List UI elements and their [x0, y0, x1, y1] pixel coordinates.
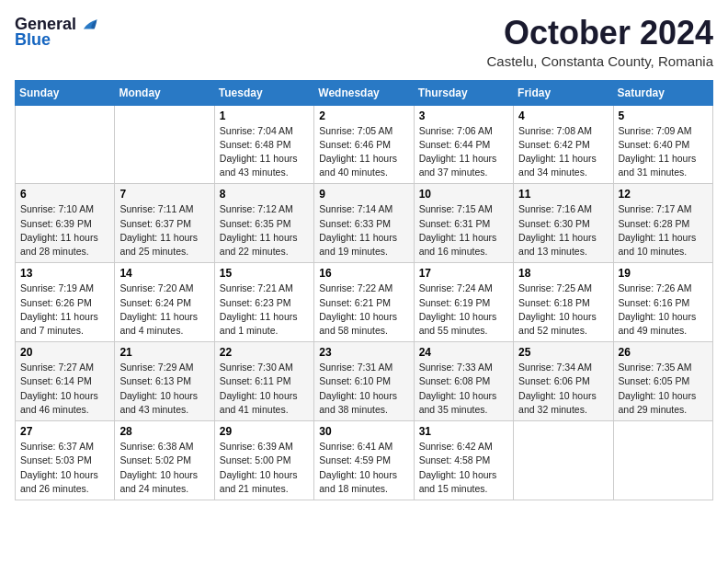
- calendar-cell: 4Sunrise: 7:08 AM Sunset: 6:42 PM Daylig…: [514, 105, 613, 184]
- day-number: 22: [220, 346, 309, 359]
- calendar-cell: 24Sunrise: 7:33 AM Sunset: 6:08 PM Dayli…: [414, 342, 513, 421]
- column-headers: SundayMondayTuesdayWednesdayThursdayFrid…: [16, 80, 713, 105]
- day-detail: Sunrise: 7:24 AM Sunset: 6:19 PM Dayligh…: [419, 282, 508, 338]
- day-number: 11: [518, 188, 608, 201]
- calendar-cell: 21Sunrise: 7:29 AM Sunset: 6:13 PM Dayli…: [115, 342, 214, 421]
- day-detail: Sunrise: 7:22 AM Sunset: 6:21 PM Dayligh…: [319, 282, 408, 338]
- calendar-cell: 29Sunrise: 6:39 AM Sunset: 5:00 PM Dayli…: [214, 421, 313, 500]
- day-detail: Sunrise: 6:42 AM Sunset: 4:58 PM Dayligh…: [419, 440, 508, 496]
- day-number: 25: [518, 346, 608, 359]
- col-header-saturday: Saturday: [613, 80, 712, 105]
- day-detail: Sunrise: 7:12 AM Sunset: 6:35 PM Dayligh…: [220, 202, 309, 259]
- calendar-cell: [115, 105, 214, 184]
- day-number: 17: [419, 267, 508, 280]
- logo-bird-icon: [78, 17, 98, 33]
- day-detail: Sunrise: 6:37 AM Sunset: 5:03 PM Dayligh…: [20, 440, 109, 496]
- day-number: 2: [319, 109, 408, 122]
- day-detail: Sunrise: 7:04 AM Sunset: 6:48 PM Dayligh…: [220, 124, 309, 180]
- day-number: 15: [220, 267, 309, 280]
- calendar-cell: 26Sunrise: 7:35 AM Sunset: 6:05 PM Dayli…: [613, 342, 712, 421]
- calendar-cell: 31Sunrise: 6:42 AM Sunset: 4:58 PM Dayli…: [414, 421, 513, 500]
- week-row-1: 1Sunrise: 7:04 AM Sunset: 6:48 PM Daylig…: [16, 105, 713, 184]
- calendar-cell: [16, 105, 115, 184]
- day-detail: Sunrise: 7:31 AM Sunset: 6:10 PM Dayligh…: [319, 361, 408, 417]
- day-detail: Sunrise: 7:20 AM Sunset: 6:24 PM Dayligh…: [119, 282, 209, 338]
- day-number: 21: [119, 346, 209, 359]
- calendar-cell: 10Sunrise: 7:15 AM Sunset: 6:31 PM Dayli…: [414, 184, 513, 263]
- calendar-cell: 7Sunrise: 7:11 AM Sunset: 6:37 PM Daylig…: [115, 184, 214, 263]
- day-number: 5: [619, 109, 708, 122]
- calendar-cell: 1Sunrise: 7:04 AM Sunset: 6:48 PM Daylig…: [214, 105, 313, 184]
- calendar-cell: 27Sunrise: 6:37 AM Sunset: 5:03 PM Dayli…: [16, 421, 115, 500]
- calendar-cell: 15Sunrise: 7:21 AM Sunset: 6:23 PM Dayli…: [214, 263, 313, 342]
- calendar-cell: 5Sunrise: 7:09 AM Sunset: 6:40 PM Daylig…: [613, 105, 712, 184]
- day-detail: Sunrise: 7:29 AM Sunset: 6:13 PM Dayligh…: [119, 361, 209, 417]
- col-header-thursday: Thursday: [414, 80, 513, 105]
- day-number: 9: [319, 188, 408, 201]
- day-detail: Sunrise: 7:08 AM Sunset: 6:42 PM Dayligh…: [518, 124, 608, 180]
- week-row-4: 20Sunrise: 7:27 AM Sunset: 6:14 PM Dayli…: [16, 342, 713, 421]
- day-number: 30: [319, 425, 408, 438]
- col-header-friday: Friday: [514, 80, 613, 105]
- location-title: Castelu, Constanta County, Romania: [486, 53, 713, 69]
- calendar-cell: 28Sunrise: 6:38 AM Sunset: 5:02 PM Dayli…: [115, 421, 214, 500]
- calendar-cell: 11Sunrise: 7:16 AM Sunset: 6:30 PM Dayli…: [514, 184, 613, 263]
- week-row-2: 6Sunrise: 7:10 AM Sunset: 6:39 PM Daylig…: [16, 184, 713, 263]
- calendar-body: 1Sunrise: 7:04 AM Sunset: 6:48 PM Daylig…: [16, 105, 713, 500]
- col-header-tuesday: Tuesday: [214, 80, 313, 105]
- month-title: October 2024: [486, 15, 713, 52]
- calendar-cell: 19Sunrise: 7:26 AM Sunset: 6:16 PM Dayli…: [613, 263, 712, 342]
- calendar-cell: 3Sunrise: 7:06 AM Sunset: 6:44 PM Daylig…: [414, 105, 513, 184]
- calendar-cell: [613, 421, 712, 500]
- col-header-wednesday: Wednesday: [314, 80, 414, 105]
- calendar-cell: 22Sunrise: 7:30 AM Sunset: 6:11 PM Dayli…: [214, 342, 313, 421]
- col-header-monday: Monday: [115, 80, 214, 105]
- page-header: General Blue October 2024 Castelu, Const…: [15, 15, 713, 69]
- day-number: 24: [419, 346, 508, 359]
- week-row-3: 13Sunrise: 7:19 AM Sunset: 6:26 PM Dayli…: [16, 263, 713, 342]
- calendar-cell: 9Sunrise: 7:14 AM Sunset: 6:33 PM Daylig…: [314, 184, 414, 263]
- day-number: 13: [20, 267, 109, 280]
- day-number: 4: [518, 109, 608, 122]
- calendar-cell: 16Sunrise: 7:22 AM Sunset: 6:21 PM Dayli…: [314, 263, 414, 342]
- day-number: 28: [119, 425, 209, 438]
- day-detail: Sunrise: 7:05 AM Sunset: 6:46 PM Dayligh…: [319, 124, 408, 180]
- day-detail: Sunrise: 7:33 AM Sunset: 6:08 PM Dayligh…: [419, 361, 508, 417]
- day-detail: Sunrise: 7:06 AM Sunset: 6:44 PM Dayligh…: [419, 124, 508, 180]
- calendar-cell: [514, 421, 613, 500]
- calendar-cell: 23Sunrise: 7:31 AM Sunset: 6:10 PM Dayli…: [314, 342, 414, 421]
- day-detail: Sunrise: 7:16 AM Sunset: 6:30 PM Dayligh…: [518, 202, 608, 259]
- day-detail: Sunrise: 7:25 AM Sunset: 6:18 PM Dayligh…: [518, 282, 608, 338]
- day-detail: Sunrise: 7:17 AM Sunset: 6:28 PM Dayligh…: [619, 202, 708, 259]
- day-detail: Sunrise: 7:34 AM Sunset: 6:06 PM Dayligh…: [518, 361, 608, 417]
- day-detail: Sunrise: 7:09 AM Sunset: 6:40 PM Dayligh…: [619, 124, 708, 180]
- day-detail: Sunrise: 7:11 AM Sunset: 6:37 PM Dayligh…: [119, 202, 209, 259]
- calendar-cell: 30Sunrise: 6:41 AM Sunset: 4:59 PM Dayli…: [314, 421, 414, 500]
- calendar-cell: 13Sunrise: 7:19 AM Sunset: 6:26 PM Dayli…: [16, 263, 115, 342]
- day-number: 6: [20, 188, 109, 201]
- calendar-cell: 14Sunrise: 7:20 AM Sunset: 6:24 PM Dayli…: [115, 263, 214, 342]
- calendar-cell: 6Sunrise: 7:10 AM Sunset: 6:39 PM Daylig…: [16, 184, 115, 263]
- day-detail: Sunrise: 6:41 AM Sunset: 4:59 PM Dayligh…: [319, 440, 408, 496]
- day-number: 12: [619, 188, 708, 201]
- day-detail: Sunrise: 7:10 AM Sunset: 6:39 PM Dayligh…: [20, 202, 109, 259]
- day-number: 27: [20, 425, 109, 438]
- calendar-cell: 25Sunrise: 7:34 AM Sunset: 6:06 PM Dayli…: [514, 342, 613, 421]
- day-number: 31: [419, 425, 508, 438]
- day-detail: Sunrise: 6:39 AM Sunset: 5:00 PM Dayligh…: [220, 440, 309, 496]
- calendar-table: SundayMondayTuesdayWednesdayThursdayFrid…: [15, 80, 713, 500]
- day-number: 19: [619, 267, 708, 280]
- day-number: 8: [220, 188, 309, 201]
- day-number: 20: [20, 346, 109, 359]
- day-detail: Sunrise: 7:21 AM Sunset: 6:23 PM Dayligh…: [220, 282, 309, 338]
- day-detail: Sunrise: 7:35 AM Sunset: 6:05 PM Dayligh…: [619, 361, 708, 417]
- day-number: 7: [119, 188, 209, 201]
- col-header-sunday: Sunday: [16, 80, 115, 105]
- day-number: 16: [319, 267, 408, 280]
- calendar-cell: 12Sunrise: 7:17 AM Sunset: 6:28 PM Dayli…: [613, 184, 712, 263]
- day-detail: Sunrise: 7:14 AM Sunset: 6:33 PM Dayligh…: [319, 202, 408, 259]
- day-number: 10: [419, 188, 508, 201]
- day-detail: Sunrise: 7:15 AM Sunset: 6:31 PM Dayligh…: [419, 202, 508, 259]
- calendar-cell: 18Sunrise: 7:25 AM Sunset: 6:18 PM Dayli…: [514, 263, 613, 342]
- calendar-cell: 8Sunrise: 7:12 AM Sunset: 6:35 PM Daylig…: [214, 184, 313, 263]
